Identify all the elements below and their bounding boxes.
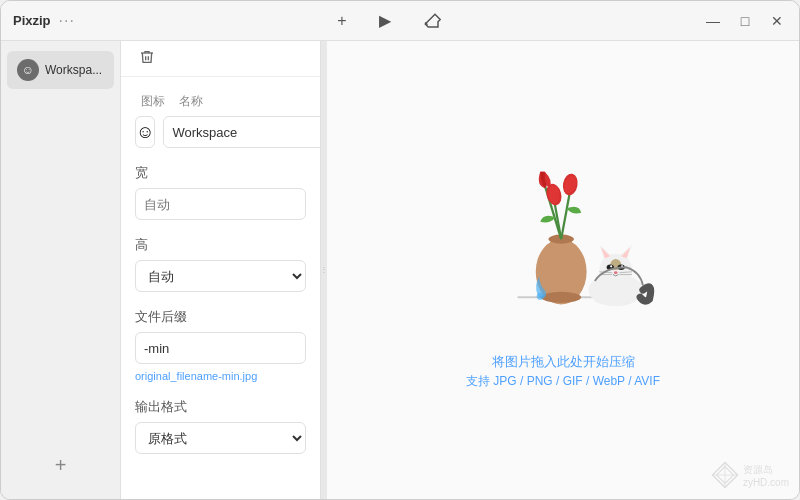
trash-icon	[139, 49, 155, 65]
delete-button[interactable]	[135, 47, 159, 71]
settings-panel: 图标 名称 ☺ 宽 高 自动 100 200 300 文件后缀	[121, 41, 321, 499]
width-label: 宽	[135, 164, 306, 182]
sidebar: ☺ Workspa... +	[1, 41, 121, 499]
height-label: 高	[135, 236, 306, 254]
sidebar-bottom: +	[1, 440, 120, 491]
suffix-label: 文件后缀	[135, 308, 306, 326]
svg-point-30	[618, 294, 633, 303]
window-controls: — □ ✕	[703, 11, 787, 31]
svg-point-5	[537, 293, 544, 300]
eraser-icon	[423, 12, 441, 30]
eraser-button[interactable]	[419, 8, 445, 34]
preview-drag-text: 将图片拖入此处开始压缩	[492, 350, 635, 373]
title-bar-menu[interactable]: ···	[59, 12, 75, 30]
svg-line-7	[561, 190, 570, 239]
play-button[interactable]: ▶	[375, 7, 395, 34]
sidebar-add-button[interactable]: +	[9, 448, 112, 483]
sidebar-item-workspace[interactable]: ☺ Workspa...	[7, 51, 114, 89]
watermark-text: 资源岛zyHD.com	[743, 463, 789, 488]
icon-picker[interactable]: ☺	[135, 116, 155, 148]
height-select[interactable]: 自动 100 200 300	[135, 260, 306, 292]
preview-support-text: 支持 JPG / PNG / GIF / WebP / AVIF	[466, 373, 660, 390]
preview-area[interactable]: 将图片拖入此处开始压缩 支持 JPG / PNG / GIF / WebP / …	[327, 41, 799, 499]
suffix-hint: original_filename-min.jpg	[135, 370, 306, 382]
name-col-label: 名称	[179, 93, 203, 110]
workspace-emoji: ☺	[136, 122, 154, 143]
svg-point-22	[610, 265, 612, 267]
format-label: 输出格式	[135, 398, 306, 416]
workspace-icon: ☺	[17, 59, 39, 81]
watermark-logo	[711, 461, 739, 489]
width-input[interactable]	[135, 188, 306, 220]
preview-illustration	[463, 150, 663, 330]
workspace-name-input[interactable]	[163, 116, 321, 148]
settings-toolbar	[121, 41, 320, 77]
maximize-button[interactable]: □	[735, 11, 755, 31]
svg-point-2	[541, 292, 581, 303]
svg-point-24	[614, 271, 618, 274]
add-button[interactable]: +	[333, 8, 350, 34]
minimize-button[interactable]: —	[703, 11, 723, 31]
format-select[interactable]: 原格式 JPG PNG GIF WebP AVIF	[135, 422, 306, 454]
title-bar-center: + ▶	[75, 7, 703, 34]
title-bar-left: Pixzip ···	[13, 12, 75, 30]
svg-point-29	[594, 294, 609, 303]
icon-col-label: 图标	[135, 93, 171, 110]
settings-content: 图标 名称 ☺ 宽 高 自动 100 200 300 文件后缀	[135, 93, 306, 454]
icon-name-row: ☺	[135, 116, 306, 148]
main-layout: ☺ Workspa... + 图标 名称	[1, 41, 799, 499]
title-bar: Pixzip ··· + ▶ — □ ✕	[1, 1, 799, 41]
suffix-input[interactable]	[135, 332, 306, 364]
icon-name-header: 图标 名称	[135, 93, 306, 110]
app-title: Pixzip	[13, 13, 51, 28]
sidebar-item-label: Workspa...	[45, 63, 102, 77]
close-button[interactable]: ✕	[767, 11, 787, 31]
watermark: 资源岛zyHD.com	[711, 461, 789, 489]
